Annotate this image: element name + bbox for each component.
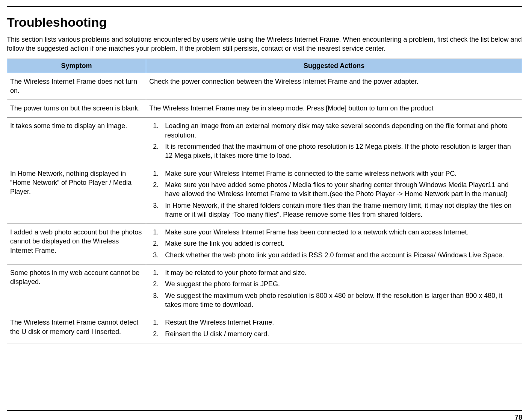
actions-cell: Restart the Wireless Internet Frame.Rein… [146,314,522,343]
page: Troubleshooting This section lists vario… [0,6,529,420]
actions-cell: Make sure your Wireless Internet Frame i… [146,165,522,224]
actions-text: Check the power connection between the W… [149,78,418,85]
table-row: I added a web photo account but the phot… [7,224,522,264]
symptom-cell: In Home Network, nothing displayed in “H… [7,165,146,224]
actions-list-item: Make sure your Wireless Internet Frame h… [160,228,519,237]
actions-list: Make sure your Wireless Internet Frame i… [149,169,519,219]
actions-list-item: In Home Network, if the shared folders c… [160,201,519,219]
actions-list: Restart the Wireless Internet Frame.Rein… [149,318,519,338]
symptom-cell: The Wireless Internet Frame does not tur… [7,73,146,100]
table-row: Some photos in my web account cannot be … [7,264,522,314]
page-title: Troubleshooting [7,15,522,30]
actions-list-item: Check whether the web photo link you add… [160,251,519,260]
actions-cell: Make sure your Wireless Internet Frame h… [146,224,522,264]
actions-list-item: We suggest the maximum web photo resolut… [160,291,519,310]
table-row: The Wireless Internet Frame cannot detec… [7,314,522,343]
actions-list-item: It is recommended that the maximum of on… [160,142,519,160]
symptom-cell: Some photos in my web account cannot be … [7,264,146,314]
actions-list-item: Restart the Wireless Internet Frame. [160,318,519,327]
symptom-cell: The power turns on but the screen is bla… [7,100,146,118]
top-rule [7,6,522,7]
troubleshooting-table: Symptom Suggested Actions The Wireless I… [7,59,522,343]
actions-list-item: Make sure the link you added is correct. [160,239,519,248]
actions-list-item: Make sure your Wireless Internet Frame i… [160,169,519,178]
actions-text: The Wireless Internet Frame may be in sl… [149,104,433,112]
intro-paragraph: This section lists various problems and … [7,35,522,53]
symptom-cell: I added a web photo account but the phot… [7,224,146,264]
actions-cell: Loading an image from an external memory… [146,118,522,165]
header-symptom: Symptom [7,59,146,73]
actions-list-item: Reinsert the U disk / memory card. [160,329,519,338]
table-row: The Wireless Internet Frame does not tur… [7,73,522,100]
actions-list: Loading an image from an external memory… [149,121,519,160]
symptom-cell: It takes some time to display an image. [7,118,146,165]
header-actions: Suggested Actions [146,59,522,73]
table-header-row: Symptom Suggested Actions [7,59,522,73]
bottom-rule [7,410,522,411]
table-row: In Home Network, nothing displayed in “H… [7,165,522,224]
actions-list: It may be related to your photo format a… [149,268,519,309]
table-row: It takes some time to display an image.L… [7,118,522,165]
actions-list-item: We suggest the photo format is JPEG. [160,279,519,289]
table-row: The power turns on but the screen is bla… [7,100,522,118]
actions-list: Make sure your Wireless Internet Frame h… [149,228,519,260]
actions-list-item: It may be related to your photo format a… [160,268,519,277]
page-number: 78 [515,414,522,420]
actions-list-item: Make sure you have added some photos / M… [160,180,519,199]
actions-list-item: Loading an image from an external memory… [160,121,519,140]
actions-cell: The Wireless Internet Frame may be in sl… [146,100,522,118]
actions-cell: It may be related to your photo format a… [146,264,522,314]
symptom-cell: The Wireless Internet Frame cannot detec… [7,314,146,343]
actions-cell: Check the power connection between the W… [146,73,522,100]
